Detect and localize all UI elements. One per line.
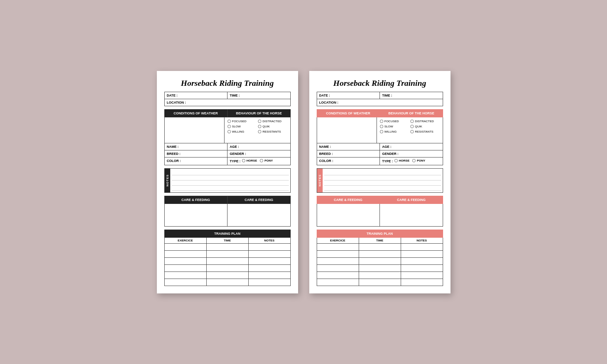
- pony-radio-1[interactable]: [260, 159, 263, 162]
- resistants-checkbox-2[interactable]: [410, 130, 414, 133]
- notes-lines-2[interactable]: [323, 169, 443, 192]
- focused-item-2: FOCUSED: [380, 120, 409, 123]
- exercice-col-head-2: EXERCICE: [317, 238, 359, 243]
- training-row-1-5: [164, 272, 291, 279]
- quik-item: QUIK: [258, 125, 287, 128]
- time-col-head-1: TIME: [207, 238, 249, 243]
- top-fields-1: DATE : TIME : LOCATION :: [164, 92, 291, 106]
- date-time-row: DATE : TIME :: [165, 92, 290, 99]
- color-field-1[interactable]: COLOR :: [165, 157, 228, 165]
- willing-checkbox[interactable]: [227, 130, 231, 133]
- care-header-row-2: CARE & FEEDING CARE & FEEDING: [317, 196, 443, 204]
- note-line-1: [172, 170, 289, 175]
- training-row-1-2: [164, 251, 291, 258]
- care-body-2: [317, 204, 443, 227]
- willing-item: WILLING: [227, 130, 256, 133]
- pony-radio-2[interactable]: [412, 159, 416, 162]
- care-col-right-2[interactable]: [380, 204, 443, 226]
- color-type-row-2: COLOR : TYPE : HORSE PONY: [317, 157, 443, 165]
- location-field-2[interactable]: LOCATION :: [317, 99, 443, 106]
- resistants-item: RESISTANTS: [258, 130, 287, 133]
- slow-checkbox-2[interactable]: [380, 125, 383, 128]
- training-row-1-3: [164, 258, 291, 265]
- note-line-2: [172, 175, 289, 181]
- pony-label-2: PONY: [417, 159, 425, 162]
- training-row-1-6: [164, 279, 291, 286]
- weather-col-1: [165, 117, 225, 143]
- training-section-1: TRAINING PLAN EXERCICE TIME NOTES: [164, 230, 291, 286]
- willing-item-2: WILLING: [380, 130, 409, 133]
- type-options-1: HORSE PONY: [242, 159, 273, 163]
- note-line-2-3: [324, 181, 441, 186]
- gender-field-1[interactable]: GENDER :: [227, 150, 290, 157]
- exercice-col-head-1: EXERCICE: [165, 238, 207, 243]
- quik-checkbox-2[interactable]: [410, 125, 414, 128]
- willing-checkbox-2[interactable]: [380, 130, 383, 133]
- info-rows-1: NAME : AGE : BREED : GENDER : COLOR : TY…: [164, 143, 291, 165]
- distracted-checkbox[interactable]: [258, 120, 261, 123]
- care-col-right-1[interactable]: [227, 204, 290, 226]
- pony-label-1: PONY: [264, 159, 273, 162]
- age-field-2[interactable]: AGE :: [380, 143, 443, 150]
- notes-col-head-1: NOTES: [249, 238, 290, 243]
- time-field[interactable]: TIME :: [227, 92, 290, 99]
- care-col-left-1[interactable]: [165, 204, 228, 226]
- training-row-1-4: [164, 265, 291, 272]
- quik-checkbox[interactable]: [258, 125, 261, 128]
- time-col-head-2: TIME: [359, 238, 401, 243]
- t-cell-1-3[interactable]: [249, 244, 290, 250]
- page-2: Horseback Riding Training DATE : TIME : …: [309, 71, 451, 293]
- name-field-2[interactable]: NAME :: [317, 143, 380, 150]
- name-field-1[interactable]: NAME :: [165, 143, 228, 150]
- gender-field-2[interactable]: GENDER :: [380, 150, 443, 157]
- weather-col-2: [317, 117, 377, 143]
- conditions-behaviour-body-1: FOCUSED DISTRACTED SLOW QUIK WILLING RES…: [164, 117, 291, 143]
- distracted-item-2: DISTRACTED: [410, 120, 439, 123]
- training-header-1: TRAINING PLAN: [164, 230, 291, 238]
- behaviour-col-1: FOCUSED DISTRACTED SLOW QUIK WILLING RES…: [225, 117, 290, 143]
- notes-section-1: NOTES: [164, 168, 291, 193]
- notes-lines-1[interactable]: [170, 169, 290, 192]
- note-line-2-1: [324, 170, 441, 175]
- breed-field-1[interactable]: BREED :: [165, 150, 228, 157]
- training-row-1-1: [164, 244, 291, 251]
- page-1-title: Horseback Riding Training: [164, 78, 291, 88]
- type-row-1: TYPE : HORSE PONY: [230, 159, 288, 163]
- main-container: Horseback Riding Training DATE : TIME : …: [157, 71, 451, 293]
- horse-radio-2[interactable]: [394, 159, 398, 162]
- behaviour-grid-2: FOCUSED DISTRACTED SLOW QUIK WILLING RES…: [380, 120, 440, 134]
- page-1: Horseback Riding Training DATE : TIME : …: [157, 71, 298, 293]
- focused-checkbox[interactable]: [227, 120, 231, 123]
- distracted-checkbox-2[interactable]: [410, 120, 414, 123]
- t-cell-1-2[interactable]: [207, 244, 249, 250]
- slow-item-2: SLOW: [380, 125, 409, 128]
- date-time-row-2: DATE : TIME :: [317, 92, 443, 99]
- location-field[interactable]: LOCATION :: [165, 99, 290, 106]
- time-field-2[interactable]: TIME :: [380, 92, 443, 99]
- t-cell-1-1[interactable]: [165, 244, 207, 250]
- date-field-2[interactable]: DATE :: [317, 92, 380, 99]
- notes-col-head-2: NOTES: [401, 238, 443, 243]
- training-cols-header-2: EXERCICE TIME NOTES: [317, 238, 443, 244]
- note-line-3: [172, 181, 289, 186]
- type-field-2: TYPE : HORSE PONY: [380, 157, 443, 165]
- color-field-2[interactable]: COLOR :: [317, 157, 380, 165]
- slow-checkbox[interactable]: [227, 125, 231, 128]
- focused-item: FOCUSED: [227, 120, 256, 123]
- type-row-2: TYPE : HORSE PONY: [382, 159, 440, 163]
- training-section-2: TRAINING PLAN EXERCICE TIME NOTES: [317, 230, 443, 286]
- breed-field-2[interactable]: BREED :: [317, 150, 380, 157]
- behaviour-header-1: BEHAVIOUR OF THE HORSE: [227, 109, 291, 117]
- care-col-left-2[interactable]: [317, 204, 380, 226]
- top-fields-2: DATE : TIME : LOCATION :: [317, 92, 443, 106]
- horse-radio-1[interactable]: [242, 159, 245, 162]
- resistants-item-2: RESISTANTS: [410, 130, 439, 133]
- type-options-2: HORSE PONY: [394, 159, 425, 163]
- age-field-1[interactable]: AGE :: [227, 143, 290, 150]
- resistants-checkbox[interactable]: [258, 130, 261, 133]
- behaviour-grid-1: FOCUSED DISTRACTED SLOW QUIK WILLING RES…: [227, 120, 287, 134]
- date-field[interactable]: DATE :: [165, 92, 228, 99]
- training-cols-header-1: EXERCICE TIME NOTES: [164, 238, 291, 244]
- care-header-right-1: CARE & FEEDING: [227, 196, 291, 204]
- focused-checkbox-2[interactable]: [380, 120, 383, 123]
